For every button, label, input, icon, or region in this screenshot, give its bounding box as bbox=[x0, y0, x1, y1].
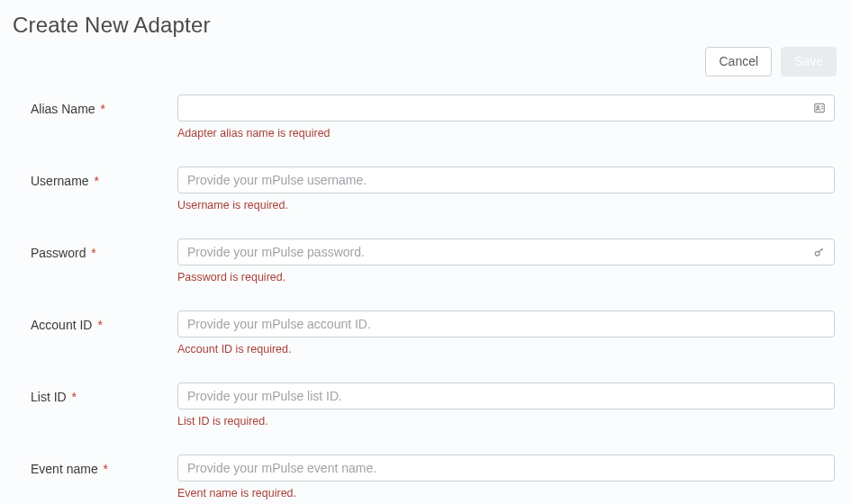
required-indicator: * bbox=[97, 318, 102, 332]
label-text: Password bbox=[31, 246, 86, 260]
event-name-input[interactable] bbox=[177, 454, 835, 482]
required-indicator: * bbox=[94, 174, 98, 188]
field-error: Username is required. bbox=[177, 199, 835, 212]
form-row-username: Username * Username is required. bbox=[31, 166, 835, 212]
field-label: Password * bbox=[31, 238, 177, 260]
account-id-input[interactable] bbox=[177, 310, 835, 338]
label-text: List ID bbox=[31, 390, 67, 404]
required-indicator: * bbox=[72, 390, 77, 404]
form-row-account-id: Account ID * Account ID is required. bbox=[31, 310, 835, 356]
field-label: Username * bbox=[31, 166, 177, 188]
field-error: Event name is required. bbox=[177, 487, 835, 500]
field-label: Alias Name * bbox=[31, 94, 177, 116]
required-indicator: * bbox=[104, 462, 108, 476]
label-text: Account ID bbox=[31, 318, 92, 332]
page-title: Create New Adapter bbox=[13, 13, 837, 38]
action-bar: Cancel Save bbox=[13, 47, 837, 76]
alias-name-input[interactable] bbox=[177, 94, 835, 122]
form-row-list-id: List ID * List ID is required. bbox=[31, 382, 835, 428]
form-row-event-name: Event name * Event name is required. bbox=[31, 454, 835, 500]
cancel-button[interactable]: Cancel bbox=[705, 47, 772, 76]
list-id-input[interactable] bbox=[177, 382, 835, 410]
form-row-alias-name: Alias Name * Adapt bbox=[31, 94, 835, 140]
label-text: Username bbox=[31, 174, 89, 188]
save-button[interactable]: Save bbox=[781, 47, 837, 76]
required-indicator: * bbox=[91, 246, 95, 260]
label-text: Alias Name bbox=[31, 102, 95, 116]
field-error: Adapter alias name is required bbox=[177, 127, 835, 140]
field-error: Password is required. bbox=[177, 271, 835, 284]
adapter-form: Alias Name * Adapt bbox=[13, 94, 837, 500]
field-error: List ID is required. bbox=[177, 415, 835, 428]
label-text: Event name bbox=[31, 462, 98, 476]
password-input[interactable] bbox=[177, 238, 835, 266]
field-error: Account ID is required. bbox=[177, 343, 835, 356]
required-indicator: * bbox=[100, 102, 104, 116]
username-input[interactable] bbox=[177, 166, 835, 194]
field-label: Event name * bbox=[31, 454, 177, 476]
field-label: List ID * bbox=[31, 382, 177, 404]
form-row-password: Password * Password is required. bbox=[31, 238, 835, 284]
field-label: Account ID * bbox=[31, 310, 177, 332]
